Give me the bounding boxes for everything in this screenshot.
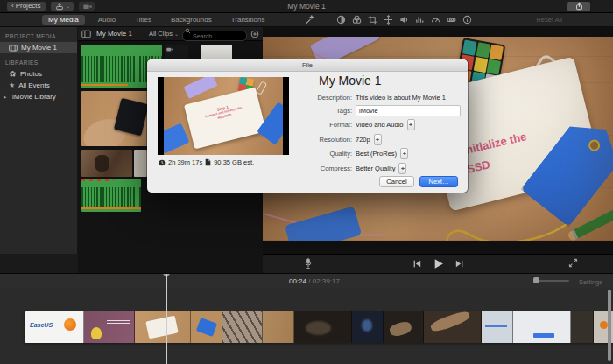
next-icon[interactable] [454, 259, 464, 269]
next-button[interactable]: Next… [419, 176, 458, 187]
waveform [81, 187, 141, 207]
pencil-shape [567, 206, 613, 241]
field-label: Description: [296, 94, 352, 102]
color-correction-icon[interactable] [352, 15, 362, 24]
clip-info-icon[interactable] [462, 15, 472, 24]
blue-tag-shape [164, 123, 189, 154]
duration-value: 2h 39m 17s [168, 158, 202, 166]
timeline-clip-frame[interactable] [135, 312, 191, 343]
export-preview: Step 1 Connect and Initialize the HDD/SS… [158, 77, 289, 155]
timeline-clip-frame[interactable] [191, 312, 222, 343]
project-media-header: PROJECT MEDIA [0, 27, 77, 42]
timeline-clip-frame[interactable] [263, 312, 294, 343]
timeline-zoom-slider[interactable] [534, 280, 569, 282]
chevron-down-icon: ⌄ [66, 4, 70, 9]
blue-tag-shape [285, 206, 362, 241]
project-film-icon [9, 45, 18, 52]
tag-caption-line2: SSD [466, 158, 491, 177]
timeline-clip-frame[interactable] [384, 312, 424, 343]
slider-thumb[interactable] [533, 277, 539, 284]
quality-stepper[interactable] [400, 148, 408, 159]
field-label: Tags: [296, 107, 352, 115]
compress-stepper[interactable] [398, 163, 406, 174]
tab-transitions[interactable]: Transitions [225, 15, 271, 24]
sidebar-item-all-events[interactable]: ★ All Events [0, 80, 77, 91]
search-input[interactable] [182, 31, 247, 41]
filter-label: All Clips [149, 30, 173, 38]
timeline-clip-frame[interactable] [571, 312, 594, 343]
video-clip-thumbnail[interactable] [81, 150, 132, 177]
video-clip-thumbnail[interactable] [134, 150, 147, 177]
playhead-line[interactable] [166, 274, 167, 364]
tags-input[interactable] [356, 105, 461, 116]
timeline-clip-frame[interactable] [294, 312, 352, 343]
import-icon [55, 2, 64, 10]
timeline-clip-frame[interactable] [513, 312, 571, 343]
range-marker [81, 207, 141, 209]
audio-clip-thumbnail[interactable] [81, 178, 141, 212]
format-value: Video and Audio [356, 121, 404, 129]
previous-icon[interactable] [412, 259, 422, 269]
reset-all-label[interactable]: Reset All [536, 16, 562, 24]
resolution-stepper[interactable] [374, 134, 382, 145]
libraries-sidebar: PROJECT MEDIA My Movie 1 LIBRARIES Photo… [0, 27, 78, 254]
timeline-clip-frame[interactable] [424, 312, 482, 343]
share-icon [574, 2, 584, 10]
sidebar-item-my-movie[interactable]: My Movie 1 [0, 42, 77, 53]
camera-icon [83, 3, 92, 10]
disclosure-triangle-icon[interactable]: ▸ [4, 94, 9, 101]
fullscreen-icon[interactable] [568, 258, 578, 268]
timeline-clip-frame[interactable] [352, 312, 384, 343]
sidebar-toggle-icon[interactable] [81, 30, 91, 38]
compress-value: Better Quality [356, 164, 395, 172]
browser-header: My Movie 1 All Clips ⌄ [78, 27, 263, 41]
timeline-clip-frame[interactable] [482, 312, 513, 343]
filesize-value: 90.35 GB est. [214, 158, 254, 166]
file-icon [205, 158, 211, 166]
timeline-clip-filmstrip[interactable]: EaseUS [25, 312, 613, 343]
play-icon[interactable] [433, 258, 444, 270]
imovie-window: ‹ Projects ⌄ My Movie 1 My Media Audio T… [0, 0, 613, 364]
enhance-wand-icon[interactable] [305, 15, 314, 24]
share-button[interactable] [567, 2, 590, 11]
chevron-down-icon: ⌄ [174, 32, 179, 37]
crop-icon[interactable] [368, 15, 377, 24]
search-box [182, 26, 247, 42]
timecode-current: 00:24 [289, 277, 306, 285]
import-media-button[interactable]: ⌄ [51, 2, 74, 10]
timeline-clip-frame[interactable] [222, 312, 263, 343]
tab-audio[interactable]: Audio [92, 15, 122, 24]
add-icon[interactable] [250, 30, 259, 38]
star-icon: ★ [9, 82, 15, 89]
tab-my-media[interactable]: My Media [42, 15, 85, 24]
speed-icon[interactable] [431, 15, 440, 24]
timeline-clip-frame[interactable]: EaseUS [25, 312, 84, 343]
timeline-clip-frame[interactable] [84, 312, 135, 343]
sidebar-item-photos[interactable]: Photos [0, 68, 77, 80]
effects-icon[interactable] [447, 15, 456, 24]
tag-caption-text: initialize the SSD [461, 126, 533, 178]
timeline-settings-button[interactable]: Settings [579, 278, 602, 286]
tab-titles[interactable]: Titles [129, 15, 158, 24]
window-titlebar: ‹ Projects ⌄ My Movie 1 [0, 0, 613, 13]
timeline[interactable]: EaseUS [0, 288, 613, 364]
sidebar-item-imovie-library[interactable]: ▸ iMovie Library [0, 91, 77, 102]
export-stats: 2h 39m 17s 90.35 GB est. [159, 158, 254, 166]
timecode: 00:24 / 02:39:17 [289, 277, 340, 285]
dialog-buttons: Cancel Next… [379, 176, 458, 187]
camera-button[interactable] [79, 2, 95, 10]
preview-tag-caption: Step 1 Connect and Initialize the HDD/SS… [195, 100, 253, 126]
stabilization-icon[interactable] [384, 15, 393, 24]
field-label: Compress: [296, 164, 352, 172]
blue-tag-shape [520, 111, 613, 228]
format-stepper[interactable] [407, 119, 415, 130]
color-balance-icon[interactable] [336, 15, 346, 24]
timeline-scrollbar[interactable] [608, 290, 611, 361]
volume-icon[interactable] [399, 15, 409, 24]
clips-filter-dropdown[interactable]: All Clips ⌄ [149, 30, 179, 38]
tab-backgrounds[interactable]: Backgrounds [165, 15, 218, 24]
noise-reduction-icon[interactable] [415, 15, 425, 24]
browser-title: My Movie 1 [96, 30, 132, 38]
cancel-button[interactable]: Cancel [379, 176, 414, 187]
projects-back-button[interactable]: ‹ Projects [7, 2, 46, 10]
